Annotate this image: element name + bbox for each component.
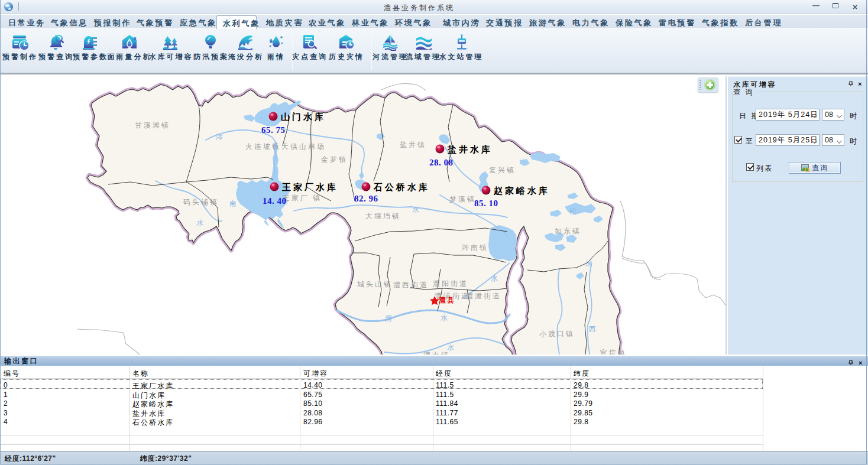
svg-text:盐井镇: 盐井镇 [400, 141, 426, 149]
svg-text:王家厂 镇: 王家厂 镇 [283, 194, 322, 202]
svg-text:小渡口镇: 小渡口镇 [539, 330, 575, 338]
svg-text:赵家峪水库: 赵家峪水库 [493, 186, 550, 196]
svg-text:大堰垱镇: 大堰垱镇 [365, 212, 401, 220]
svg-text:金罗镇: 金罗镇 [320, 155, 348, 164]
svg-text:澧县: 澧县 [438, 296, 455, 304]
svg-text:85. 10: 85. 10 [474, 199, 498, 208]
svg-text:涔: 涔 [215, 133, 223, 141]
svg-text:澧: 澧 [385, 314, 392, 323]
svg-text:西: 西 [589, 325, 596, 333]
svg-text:王家厂水库: 王家厂水库 [281, 182, 338, 192]
svg-text:28. 08: 28. 08 [429, 158, 454, 167]
svg-text:复兴镇: 复兴镇 [489, 166, 516, 174]
svg-text:山门水库: 山门水库 [281, 112, 326, 122]
svg-text:水: 水 [412, 206, 419, 214]
svg-text:南: 南 [229, 199, 237, 207]
svg-text:火连坡镇: 火连坡镇 [245, 142, 281, 151]
svg-text:水: 水 [447, 343, 454, 352]
svg-text:澧西街道: 澧西街道 [393, 281, 429, 289]
svg-text:码头铺镇: 码头铺镇 [183, 198, 219, 206]
svg-text:盐井水库: 盐井水库 [447, 144, 493, 154]
svg-text:水: 水 [441, 314, 448, 322]
svg-text:澹: 澹 [585, 259, 592, 268]
svg-text:澧澹街道: 澧澹街道 [466, 292, 501, 300]
svg-text:65. 75: 65. 75 [261, 125, 286, 135]
svg-text:涔南镇: 涔南镇 [461, 243, 488, 252]
svg-text:水: 水 [196, 219, 203, 227]
svg-text:14. 40: 14. 40 [263, 196, 287, 206]
svg-text:梦溪镇: 梦溪镇 [449, 195, 476, 203]
svg-text:如东镇: 如东镇 [555, 227, 581, 235]
svg-text:甘溪滩镇: 甘溪滩镇 [135, 121, 170, 129]
svg-text:石公桥水库: 石公桥水库 [373, 182, 430, 192]
svg-text:澧阳街道: 澧阳街道 [433, 279, 468, 288]
svg-text:官垸镇: 官垸镇 [600, 349, 627, 355]
svg-text:城头山镇: 城头山镇 [357, 280, 393, 288]
svg-text:松: 松 [569, 207, 576, 216]
svg-text:82. 96: 82. 96 [354, 194, 378, 203]
svg-text:水: 水 [491, 274, 498, 282]
svg-text:天供山林场: 天供山林场 [281, 142, 326, 151]
